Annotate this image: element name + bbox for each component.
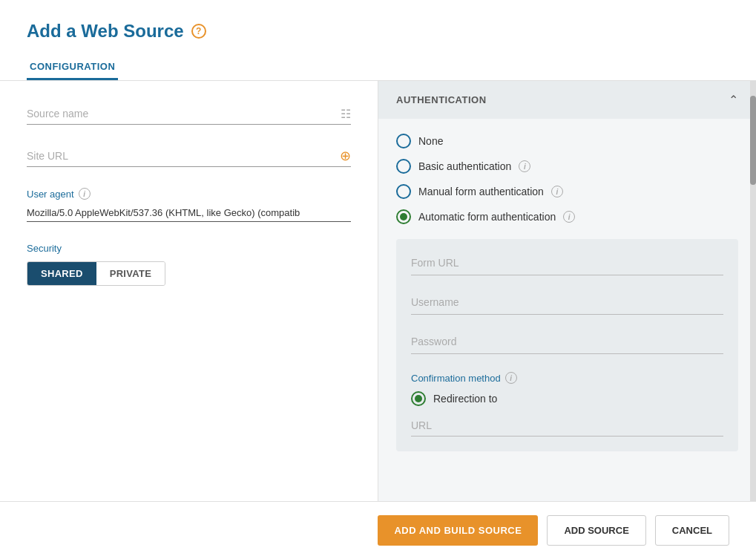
radio-basic bbox=[396, 159, 411, 174]
form-url-field bbox=[411, 254, 723, 275]
add-and-build-button[interactable]: ADD AND BUILD SOURCE bbox=[378, 515, 538, 546]
source-name-wrapper: ☷ bbox=[27, 103, 351, 125]
auth-option-automatic[interactable]: Automatic form authentication i bbox=[396, 209, 738, 224]
security-shared-button[interactable]: SHARED bbox=[27, 262, 96, 285]
manual-info-icon[interactable]: i bbox=[551, 186, 563, 197]
auth-form-section: Confirmation method i Redirection to URL bbox=[396, 239, 738, 451]
username-field bbox=[411, 293, 723, 315]
form-url-wrapper bbox=[411, 254, 723, 275]
security-label: Security bbox=[27, 243, 351, 254]
scrollbar-track[interactable] bbox=[750, 81, 756, 501]
collapse-icon[interactable]: ⌃ bbox=[729, 93, 738, 107]
source-name-input[interactable] bbox=[27, 103, 341, 124]
right-panel: AUTHENTICATION ⌃ None Basic authenticati… bbox=[378, 81, 756, 501]
confirmation-option-label: Redirection to bbox=[433, 393, 497, 405]
auth-option-none[interactable]: None bbox=[396, 134, 738, 148]
confirmation-radio[interactable]: Redirection to bbox=[411, 391, 723, 406]
auth-content: None Basic authentication i Manual form … bbox=[378, 119, 756, 466]
auth-header: AUTHENTICATION ⌃ bbox=[378, 81, 756, 119]
confirmation-info-icon[interactable]: i bbox=[505, 372, 517, 384]
auth-option-manual[interactable]: Manual form authentication i bbox=[396, 184, 738, 199]
radio-redirection bbox=[411, 391, 426, 406]
plus-circle-icon[interactable]: ⊕ bbox=[340, 148, 351, 164]
security-private-button[interactable]: PRIVATE bbox=[96, 262, 165, 285]
basic-info-icon[interactable]: i bbox=[519, 160, 530, 172]
user-agent-label: User agent i bbox=[27, 188, 351, 200]
username-input[interactable] bbox=[411, 293, 723, 311]
password-input[interactable] bbox=[411, 333, 723, 350]
site-url-field: ⊕ bbox=[27, 146, 351, 167]
confirmation-label: Confirmation method i bbox=[411, 372, 723, 384]
form-url-input[interactable] bbox=[411, 254, 723, 272]
url-field: URL bbox=[411, 415, 723, 437]
scrollbar-thumb bbox=[750, 96, 756, 185]
tab-configuration[interactable]: CONFIGURATION bbox=[27, 55, 118, 80]
modal: Add a Web Source ? CONFIGURATION ☷ ⊕ bbox=[0, 0, 756, 559]
source-name-field: ☷ bbox=[27, 103, 351, 125]
user-agent-input[interactable] bbox=[27, 204, 351, 222]
auth-label-manual: Manual form authentication bbox=[418, 186, 544, 197]
modal-title: Add a Web Source bbox=[27, 21, 184, 42]
radio-manual bbox=[396, 184, 411, 199]
auth-option-basic[interactable]: Basic authentication i bbox=[396, 159, 738, 174]
user-agent-info-icon[interactable]: i bbox=[79, 188, 91, 200]
title-row: Add a Web Source ? bbox=[27, 21, 729, 42]
site-url-input[interactable] bbox=[27, 146, 340, 166]
site-url-wrapper: ⊕ bbox=[27, 146, 351, 167]
help-icon[interactable]: ? bbox=[191, 24, 206, 39]
security-section: Security SHARED PRIVATE bbox=[27, 243, 351, 286]
user-agent-field: User agent i bbox=[27, 188, 351, 222]
radio-automatic bbox=[396, 209, 411, 224]
auth-label-none: None bbox=[418, 135, 443, 147]
add-source-button[interactable]: ADD SOURCE bbox=[547, 515, 645, 546]
cancel-button[interactable]: CANCEL bbox=[655, 515, 729, 546]
auth-radio-group: None Basic authentication i Manual form … bbox=[396, 134, 738, 224]
security-toggle-group: SHARED PRIVATE bbox=[27, 261, 165, 286]
left-panel: ☷ ⊕ User agent i Security bbox=[0, 81, 378, 501]
auth-label-basic: Basic authentication bbox=[418, 160, 511, 172]
auth-title: AUTHENTICATION bbox=[396, 94, 487, 105]
auth-label-automatic: Automatic form authentication bbox=[418, 211, 556, 223]
radio-none bbox=[396, 134, 411, 148]
modal-body: ☷ ⊕ User agent i Security bbox=[0, 81, 756, 501]
modal-header: Add a Web Source ? CONFIGURATION bbox=[0, 0, 756, 81]
username-wrapper bbox=[411, 293, 723, 315]
password-field bbox=[411, 333, 723, 354]
modal-footer: ADD AND BUILD SOURCE ADD SOURCE CANCEL bbox=[0, 501, 756, 559]
tabs-row: CONFIGURATION bbox=[27, 55, 729, 80]
password-wrapper bbox=[411, 333, 723, 354]
tag-icon: ☷ bbox=[341, 107, 351, 121]
automatic-info-icon[interactable]: i bbox=[563, 211, 575, 223]
